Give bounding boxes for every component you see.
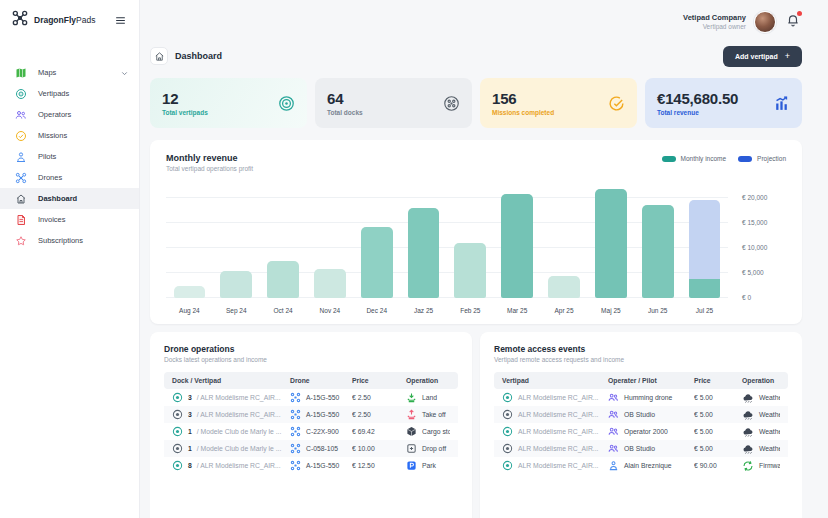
- y-axis-tick: € 20,000: [742, 194, 767, 201]
- y-axis-tick: € 5,000: [742, 269, 764, 276]
- bar-sep-24: [213, 186, 260, 298]
- price-cell: € 69.42: [352, 428, 406, 435]
- table-row[interactable]: ALR Modélisme RC_AIR...Operator 2000€ 5.…: [494, 423, 788, 440]
- col-price: Price: [352, 377, 406, 384]
- sidebar-item-dashboard[interactable]: Dashboard: [0, 188, 139, 209]
- col-price: Price: [694, 377, 742, 384]
- sidebar-item-maps[interactable]: Maps: [0, 62, 139, 83]
- sidebar-item-label: Dashboard: [38, 194, 129, 203]
- table-row[interactable]: ALR Modélisme RC_AIR...Humming drone€ 5.…: [494, 389, 788, 406]
- vertipad-teal-icon: [502, 460, 513, 471]
- col-operation: Operation: [742, 377, 780, 384]
- sidebar-nav: Maps Vertipads Operators Missions Pilots: [0, 62, 139, 251]
- avatar[interactable]: [754, 11, 776, 33]
- sidebar-item-subscriptions[interactable]: Subscriptions: [0, 230, 139, 251]
- menu-icon[interactable]: [114, 14, 127, 27]
- drone-code: A-15G-550: [306, 394, 339, 401]
- table-row[interactable]: ALR Modélisme RC_AIR...OB Studio€ 5.00We…: [494, 406, 788, 423]
- sidebar-item-label: Invoices: [38, 215, 129, 224]
- x-axis-label: Feb 25: [447, 307, 494, 314]
- sidebar-item-pilots[interactable]: Pilots: [0, 146, 139, 167]
- operation-name: Land: [422, 394, 437, 401]
- table-row[interactable]: ALR Modélisme RC_AIR...Alain Breznique€ …: [494, 457, 788, 474]
- table-row[interactable]: 1/ Modele Club de Marly le ...C-058-105€…: [164, 440, 458, 457]
- table-row[interactable]: 3/ ALR Modélisme RC_AIR...A-15G-550€ 2.5…: [164, 389, 458, 406]
- income-segment: [174, 286, 206, 298]
- income-segment: [267, 261, 299, 298]
- table-body: 3/ ALR Modélisme RC_AIR...A-15G-550€ 2.5…: [164, 389, 458, 474]
- dock-number: 1: [188, 428, 192, 435]
- dock-vertipad-cell: 1/ Modele Club de Marly le ...: [172, 426, 290, 437]
- stat-label: Total revenue: [657, 109, 738, 116]
- firmware-icon: [742, 460, 754, 472]
- table-header: Dock / Vertipad Drone Price Operation: [164, 372, 458, 389]
- income-segment: [408, 208, 440, 298]
- notifications-bell-icon[interactable]: [784, 11, 802, 33]
- bar-dec-24: [353, 186, 400, 298]
- operation-name: Take off: [422, 411, 446, 418]
- sidebar-item-label: Missions: [38, 131, 129, 140]
- tables-row: Drone operations Docks latest operations…: [150, 332, 802, 518]
- vertipad-gray-icon: [172, 409, 183, 420]
- table-row[interactable]: 8/ ALR Modélisme RC_AIR...A-15G-550€ 12.…: [164, 457, 458, 474]
- takeoff-icon: [406, 409, 417, 420]
- sidebar-item-label: Maps: [38, 68, 109, 77]
- sidebar-item-invoices[interactable]: Invoices: [0, 209, 139, 230]
- sidebar-item-label: Subscriptions: [38, 236, 129, 245]
- chart-title: Monthly revenue: [166, 153, 253, 163]
- sidebar-item-label: Drones: [38, 173, 129, 182]
- sidebar-item-operators[interactable]: Operators: [0, 104, 139, 125]
- operation-name: Weather check: [759, 428, 780, 435]
- stat-cards: 12Total vertipads 64Total docks 156Missi…: [150, 78, 802, 128]
- operator-name: OB Studio: [624, 411, 655, 418]
- stat-card-docks: 64Total docks: [315, 78, 472, 128]
- page-head: Dashboard Add vertipad +: [150, 42, 802, 70]
- drone-cell: C-058-105: [290, 443, 352, 454]
- operation-cell: Drop off: [406, 443, 450, 454]
- x-axis-label: Maj 25: [587, 307, 634, 314]
- sidebar-item-drones[interactable]: Drones: [0, 167, 139, 188]
- operator-cell: Operator 2000: [608, 426, 694, 437]
- weather-icon: [742, 443, 754, 455]
- dock-vertipad-cell: 8/ ALR Modélisme RC_AIR...: [172, 460, 290, 471]
- vertipad-gray-icon: [502, 443, 513, 454]
- table-row[interactable]: 3/ ALR Modélisme RC_AIR...A-15G-550€ 2.5…: [164, 406, 458, 423]
- vertipad-name: / Modele Club de Marly le ...: [197, 428, 282, 435]
- drone-cell: A-15G-550: [290, 409, 352, 420]
- dock-icon: [443, 95, 460, 112]
- x-axis-label: Dec 24: [353, 307, 400, 314]
- price-cell: € 10.00: [352, 445, 406, 452]
- cargo-icon: [406, 426, 417, 437]
- dropoff-icon: [406, 443, 417, 454]
- drone-icon: [14, 172, 27, 184]
- stat-value: €145,680.50: [657, 90, 738, 107]
- user-role: Vertipad owner: [683, 23, 746, 31]
- page-title: Dashboard: [175, 51, 222, 61]
- sidebar-item-vertipads[interactable]: Vertipads: [0, 83, 139, 104]
- table-row[interactable]: 1/ Modele Club de Marly le ...C-22X-900€…: [164, 423, 458, 440]
- app-root: DragonFlyPads Maps Vertipads Operators M…: [0, 0, 828, 518]
- price-value: € 69.42: [352, 428, 375, 435]
- table-subtitle: Docks latest operations and income: [164, 356, 458, 363]
- table-title: Remote access events: [494, 344, 788, 354]
- operator-cell: Alain Breznique: [608, 460, 694, 471]
- operators-icon: [608, 409, 619, 420]
- dock-number: 3: [188, 394, 192, 401]
- drone-code: C-058-105: [306, 445, 338, 452]
- legend-item-income[interactable]: Monthly income: [662, 155, 727, 162]
- table-row[interactable]: ALR Modélisme RC_AIR...OB Studio€ 5.00We…: [494, 440, 788, 457]
- breadcrumb[interactable]: Dashboard: [150, 47, 222, 65]
- operation-name: Firmware update: [759, 462, 780, 469]
- col-dock-vertipad: Dock / Vertipad: [172, 377, 290, 384]
- sidebar-item-missions[interactable]: Missions: [0, 125, 139, 146]
- add-vertipad-button[interactable]: Add vertipad +: [723, 46, 802, 67]
- x-axis-label: Oct 24: [260, 307, 307, 314]
- drone-code: A-15G-550: [306, 462, 339, 469]
- stat-card-vertipads: 12Total vertipads: [150, 78, 307, 128]
- legend-item-projection[interactable]: Projection: [738, 155, 786, 162]
- drone-icon: [290, 392, 301, 403]
- operation-cell: Weather check: [742, 409, 780, 421]
- home-icon: [14, 193, 27, 205]
- vertipad-cell: ALR Modélisme RC_AIR...: [502, 409, 608, 420]
- chart-subtitle: Total vertipad operations profit: [166, 165, 253, 172]
